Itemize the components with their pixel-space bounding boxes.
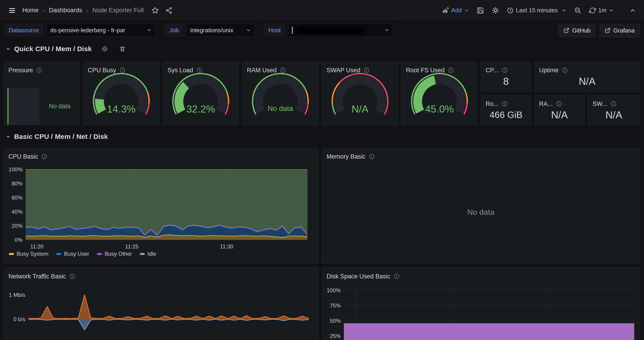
panel-title[interactable]: Ro... (486, 100, 498, 108)
legend-item[interactable]: Busy User (56, 251, 89, 257)
star-icon[interactable] (151, 6, 159, 14)
panel-title[interactable]: CP... (486, 67, 498, 74)
row-settings-icon[interactable] (101, 45, 108, 52)
svg-text:0 b/s: 0 b/s (14, 316, 25, 322)
job-label: Job (165, 24, 184, 37)
svg-text:60%: 60% (12, 194, 22, 201)
datasource-value: ds-pensive-lederberg - fr-par (50, 27, 125, 34)
no-data-text: No data (44, 88, 76, 125)
panel-swap-total: SW... N/A (588, 95, 640, 125)
dashboard-settings-icon[interactable] (492, 7, 499, 14)
cpu-busy-gauge: 14.3% (90, 72, 152, 115)
info-icon[interactable] (610, 101, 616, 107)
zoom-out-icon[interactable] (574, 7, 582, 14)
legend-item[interactable]: Idle (140, 251, 156, 257)
legend-item[interactable]: Busy Other (97, 251, 132, 257)
svg-text:45.0%: 45.0% (425, 103, 454, 115)
top-nav: Home › Dashboards › Node Exporter Full A… (0, 0, 644, 21)
panel-cpu-basic: CPU Basic 0%20%40%60%80%100%11:2011:2511… (4, 148, 318, 264)
stat-value: N/A (534, 108, 584, 122)
menu-icon[interactable] (8, 6, 16, 14)
chevron-down-icon (147, 28, 152, 33)
svg-text:20%: 20% (12, 223, 22, 229)
info-icon[interactable] (502, 67, 508, 73)
chevron-down-icon (464, 8, 469, 13)
breadcrumb-current: Node Exporter Full (92, 7, 144, 14)
chevron-down-icon (609, 8, 614, 13)
panel-title[interactable]: RA... (539, 100, 553, 108)
svg-text:11:25: 11:25 (125, 243, 138, 250)
variables-toolbar: Datasource ds-pensive-lederberg - fr-par… (4, 24, 393, 37)
svg-text:75%: 75% (330, 303, 341, 309)
datasource-select[interactable]: ds-pensive-lederberg - fr-par (46, 24, 156, 37)
job-value: integrations/unix (190, 27, 233, 34)
network-traffic-chart[interactable]: 1 Mb/s0 b/s (4, 268, 318, 340)
panel-cpu-busy: CPU Busy 14.3% (83, 61, 159, 125)
refresh-picker[interactable]: 1m (589, 7, 614, 14)
github-link-button[interactable]: GitHub (558, 24, 596, 37)
pressure-bar-gauge (8, 88, 39, 125)
svg-text:11:20: 11:20 (30, 243, 44, 250)
panel-ram-total: RA... N/A (534, 95, 584, 125)
breadcrumb-dashboards[interactable]: Dashboards (49, 7, 82, 14)
legend-item[interactable]: Busy System (9, 251, 48, 257)
host-variable: Host (264, 24, 393, 37)
add-button[interactable]: Add (442, 7, 469, 14)
panel-title[interactable]: Memory Basic (326, 153, 366, 160)
stat-value: 466 GiB (481, 108, 531, 122)
legend-swatch (9, 253, 14, 255)
svg-text:25%: 25% (330, 333, 341, 339)
legend-label: Busy User (64, 251, 89, 257)
disk-space-chart[interactable]: 100%75%50%25% (322, 268, 640, 340)
clock-icon (507, 7, 514, 14)
row-delete-icon[interactable] (119, 45, 126, 52)
time-range-label: Last 15 minutes (516, 7, 558, 14)
breadcrumb-separator: › (86, 7, 88, 14)
info-icon[interactable] (502, 101, 508, 107)
external-link-icon (564, 27, 569, 33)
info-icon[interactable] (36, 67, 42, 73)
info-icon[interactable] (369, 154, 374, 160)
breadcrumb-home[interactable]: Home (22, 7, 39, 14)
grafana-link-button[interactable]: Grafana (600, 24, 640, 37)
panel-cpu-cores: CP... 8 (481, 61, 531, 92)
section-basic-cpu-mem-net-disk[interactable]: Basic CPU / Mem / Net / Disk (6, 133, 108, 141)
host-label: Host (264, 24, 285, 37)
info-icon[interactable] (562, 67, 568, 73)
section-title[interactable]: Quick CPU / Mem / Disk (14, 45, 92, 53)
job-select[interactable]: integrations/unix (186, 24, 255, 37)
breadcrumb-separator: › (43, 7, 45, 14)
section-title[interactable]: Basic CPU / Mem / Net / Disk (14, 133, 108, 141)
root-fs-gauge: 45.0% (408, 72, 470, 115)
svg-text:100%: 100% (327, 287, 341, 293)
svg-text:80%: 80% (12, 180, 22, 186)
legend-swatch (140, 253, 145, 255)
panel-memory-basic: Memory Basic No data (322, 148, 640, 264)
panel-title[interactable]: Pressure (8, 67, 33, 74)
time-range-picker[interactable]: Last 15 minutes (507, 7, 566, 14)
svg-text:50%: 50% (330, 318, 341, 324)
cpu-basic-chart[interactable]: 0%20%40%60%80%100%11:2011:2511:30 (4, 148, 318, 264)
svg-text:1 Mb/s: 1 Mb/s (9, 292, 25, 298)
panel-title[interactable]: Uptime (539, 67, 559, 74)
collapse-nav-icon[interactable] (630, 7, 636, 14)
github-link-label: GitHub (572, 27, 590, 34)
swap-used-gauge: N/A (329, 72, 391, 115)
section-quick-cpu-mem-disk[interactable]: Quick CPU / Mem / Disk (6, 45, 126, 53)
no-data-text: No data (322, 161, 640, 264)
panel-ram-used: RAM Used No data (242, 61, 318, 125)
add-button-label: Add (451, 7, 462, 14)
share-icon[interactable] (166, 7, 173, 14)
text-cursor (292, 27, 293, 34)
nav-divider (622, 6, 622, 14)
panel-root-fs-used: Root FS Used 45.0% (401, 61, 478, 125)
add-panel-icon (442, 7, 449, 14)
refresh-interval-label: 1m (598, 7, 606, 14)
info-icon[interactable] (556, 101, 562, 107)
legend-swatch (56, 253, 61, 255)
panel-title[interactable]: SW... (592, 100, 607, 108)
save-dashboard-icon[interactable] (477, 7, 484, 14)
host-select[interactable] (288, 24, 393, 37)
svg-text:32.2%: 32.2% (186, 103, 215, 115)
panel-rootfs-total: Ro... 466 GiB (481, 95, 531, 125)
